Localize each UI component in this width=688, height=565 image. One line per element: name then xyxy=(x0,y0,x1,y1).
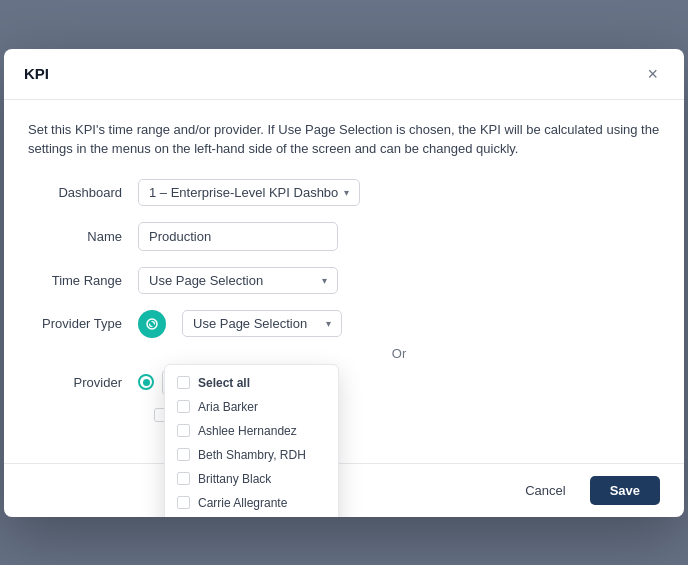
item-checkbox[interactable] xyxy=(177,400,190,413)
item-checkbox[interactable] xyxy=(177,496,190,509)
provider-type-value: Use Page Selection xyxy=(193,316,307,331)
save-button[interactable]: Save xyxy=(590,476,660,505)
modal-header: KPI × xyxy=(4,49,684,100)
time-range-value: Use Page Selection xyxy=(149,273,263,288)
provider-type-toggle-icon[interactable] xyxy=(138,310,166,338)
list-item[interactable]: Brittany Black xyxy=(165,467,338,491)
dashboard-label: Dashboard xyxy=(28,185,138,200)
dashboard-value: 1 – Enterprise-Level KPI Dashbo xyxy=(149,185,338,200)
chevron-down-icon: ▾ xyxy=(344,187,349,198)
or-divider: Or xyxy=(138,346,660,361)
name-input[interactable] xyxy=(138,222,338,251)
dashboard-dropdown[interactable]: 1 – Enterprise-Level KPI Dashbo ▾ xyxy=(138,179,360,206)
dashboard-control: 1 – Enterprise-Level KPI Dashbo ▾ xyxy=(138,179,660,206)
modal-title: KPI xyxy=(24,65,49,82)
name-row: Name xyxy=(28,222,660,251)
provider-radio-icon[interactable] xyxy=(138,374,154,390)
create-row: Cre xyxy=(28,408,660,423)
item-label: Brittany Black xyxy=(198,472,271,486)
provider-type-label: Provider Type xyxy=(28,316,138,331)
item-checkbox[interactable] xyxy=(177,424,190,437)
item-checkbox[interactable] xyxy=(177,472,190,485)
item-label: Beth Shambry, RDH xyxy=(198,448,306,462)
chevron-down-icon: ▾ xyxy=(322,275,327,286)
modal-body: Set this KPI's time range and/or provide… xyxy=(4,100,684,459)
time-range-dropdown[interactable]: Use Page Selection ▾ xyxy=(138,267,338,294)
list-item[interactable]: Carrie Allegrante xyxy=(165,491,338,515)
select-all-label: Select all xyxy=(198,376,250,390)
provider-dropdown-menu: Select all Aria Barker Ashlee Hernandez … xyxy=(164,364,339,517)
dashboard-row: Dashboard 1 – Enterprise-Level KPI Dashb… xyxy=(28,179,660,206)
provider-label: Provider xyxy=(28,375,138,390)
list-item[interactable]: Aria Barker xyxy=(165,395,338,419)
time-range-row: Time Range Use Page Selection ▾ xyxy=(28,267,660,294)
provider-type-dropdown[interactable]: Use Page Selection ▾ xyxy=(182,310,342,337)
kpi-modal: KPI × Set this KPI's time range and/or p… xyxy=(4,49,684,517)
time-range-label: Time Range xyxy=(28,273,138,288)
cancel-button[interactable]: Cancel xyxy=(511,476,579,505)
list-item[interactable]: Ashlee Hernandez xyxy=(165,419,338,443)
modal-description: Set this KPI's time range and/or provide… xyxy=(28,120,660,159)
item-label: Ashlee Hernandez xyxy=(198,424,297,438)
item-label: Aria Barker xyxy=(198,400,258,414)
item-checkbox[interactable] xyxy=(177,448,190,461)
close-button[interactable]: × xyxy=(641,63,664,85)
name-label: Name xyxy=(28,229,138,244)
dropdown-select-all[interactable]: Select all xyxy=(165,371,338,395)
provider-row: Provider Use Page Selection ▾ xyxy=(28,369,660,396)
svg-point-0 xyxy=(147,319,157,329)
time-range-control: Use Page Selection ▾ xyxy=(138,267,660,294)
provider-type-row: Provider Type Use Page Selection ▾ xyxy=(28,310,660,338)
list-item[interactable]: Jessica Whiting, RDH xyxy=(165,515,338,517)
modal-footer: Cancel Save xyxy=(4,463,684,517)
list-item[interactable]: Beth Shambry, RDH xyxy=(165,443,338,467)
refresh-icon xyxy=(145,317,159,331)
select-all-checkbox[interactable] xyxy=(177,376,190,389)
name-control xyxy=(138,222,660,251)
radio-inner xyxy=(143,379,150,386)
item-label: Carrie Allegrante xyxy=(198,496,287,510)
chevron-down-icon: ▾ xyxy=(326,318,331,329)
